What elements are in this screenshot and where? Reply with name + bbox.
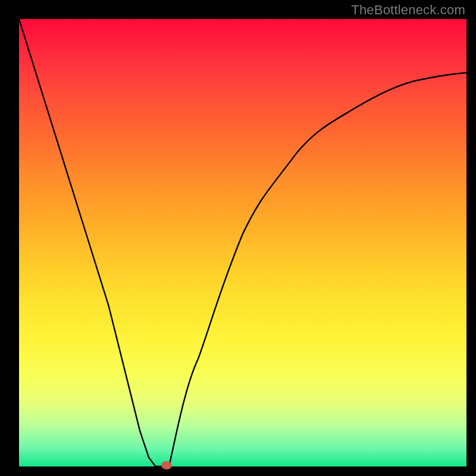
watermark-text: TheBottleneck.com [351,2,465,18]
curve-left-branch [19,19,155,466]
plot-area [19,19,466,466]
chart-frame: TheBottleneck.com [0,0,476,476]
curve-right-branch [169,73,466,466]
bottleneck-curve [19,19,466,466]
minimum-marker-dot [161,461,172,469]
